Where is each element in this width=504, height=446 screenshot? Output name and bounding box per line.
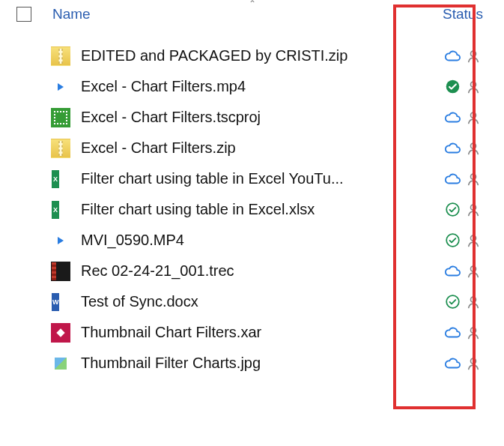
file-type-icon (51, 292, 70, 312)
file-name: Excel - Chart Filters.zip (81, 139, 437, 157)
svg-point-12 (471, 297, 476, 302)
file-name: Test of Sync.docx (81, 293, 437, 310)
sync-outline-status-icon (444, 202, 461, 218)
status-cell (437, 263, 504, 280)
status-cell (437, 79, 504, 95)
file-row[interactable]: Rec 02-24-21_001.trec (0, 256, 504, 286)
sync-solid-status-icon (444, 79, 461, 95)
shared-person-icon (465, 48, 482, 64)
file-name: Rec 02-24-21_001.trec (81, 262, 437, 280)
file-row[interactable]: Test of Sync.docx (0, 286, 504, 317)
status-cell (437, 171, 504, 187)
cloud-status-icon (444, 109, 461, 126)
sync-outline-status-icon (444, 294, 461, 310)
cloud-status-icon (444, 325, 461, 341)
file-row[interactable]: Filter chart using table in Excel YouTu.… (0, 163, 504, 194)
file-row[interactable]: Thumbnail Filter Charts.jpg (0, 348, 504, 379)
file-row[interactable]: MVI_0590.MP4 (0, 225, 504, 256)
file-name: Thumbnail Filter Charts.jpg (81, 355, 437, 372)
status-cell (437, 232, 504, 249)
shared-person-icon (465, 355, 482, 372)
status-cell (437, 294, 504, 310)
status-cell (437, 202, 504, 218)
status-cell (437, 325, 504, 341)
file-type-icon (51, 169, 70, 189)
svg-point-2 (471, 82, 476, 87)
file-type-icon (51, 200, 70, 220)
file-row[interactable]: Filter chart using table in Excel.xlsx (0, 194, 504, 225)
svg-point-4 (471, 143, 476, 148)
cloud-status-icon (444, 263, 461, 280)
file-type-icon (51, 323, 70, 343)
file-type-icon (51, 108, 70, 127)
shared-person-icon (465, 294, 482, 310)
file-name: Excel - Chart Filters.mp4 (81, 78, 437, 95)
file-row[interactable]: EDITED and PACKAGED by CRISTI.zip (0, 40, 504, 71)
file-type-icon (51, 139, 70, 158)
file-type-icon (51, 231, 70, 250)
file-list: EDITED and PACKAGED by CRISTI.zipExcel -… (0, 28, 504, 379)
cloud-status-icon (444, 48, 461, 64)
file-type-icon (51, 262, 70, 281)
svg-point-13 (471, 328, 476, 333)
file-name: EDITED and PACKAGED by CRISTI.zip (81, 47, 437, 64)
file-row[interactable]: Thumbnail Chart Filters.xar (0, 317, 504, 348)
column-header-row: ⌃ Name Status (0, 0, 504, 28)
cloud-status-icon (444, 355, 461, 372)
cloud-status-icon (444, 140, 461, 157)
file-type-icon (51, 46, 70, 66)
file-name: Thumbnail Chart Filters.xar (81, 324, 437, 341)
cloud-status-icon (444, 171, 461, 187)
file-row[interactable]: Excel - Chart Filters.zip (0, 133, 504, 163)
svg-point-14 (471, 358, 476, 364)
file-name: Filter chart using table in Excel YouTu.… (81, 170, 437, 187)
svg-point-5 (471, 174, 476, 179)
svg-point-3 (471, 112, 476, 118)
status-cell (437, 48, 504, 64)
svg-point-6 (446, 203, 459, 216)
shared-person-icon (465, 232, 482, 249)
file-type-icon (51, 77, 70, 97)
svg-point-0 (471, 51, 476, 56)
sort-indicator: ⌃ (249, 0, 256, 9)
column-header-status[interactable]: Status (437, 6, 504, 22)
svg-point-10 (471, 266, 476, 271)
shared-person-icon (465, 325, 482, 341)
shared-person-icon (465, 202, 482, 218)
column-header-name[interactable]: Name (52, 6, 437, 22)
status-cell (437, 140, 504, 157)
sync-outline-status-icon (444, 232, 461, 249)
svg-point-11 (446, 295, 459, 308)
status-cell (437, 109, 504, 126)
file-name: Excel - Chart Filters.tscproj (81, 109, 437, 126)
shared-person-icon (465, 263, 482, 280)
file-name: MVI_0590.MP4 (81, 232, 437, 249)
svg-point-7 (471, 205, 476, 210)
file-type-icon (51, 354, 70, 373)
shared-person-icon (465, 171, 482, 187)
shared-person-icon (465, 140, 482, 157)
shared-person-icon (465, 79, 482, 95)
file-name: Filter chart using table in Excel.xlsx (81, 201, 437, 218)
shared-person-icon (465, 109, 482, 126)
svg-point-9 (471, 235, 476, 241)
select-all-checkbox[interactable] (16, 7, 31, 22)
file-row[interactable]: Excel - Chart Filters.mp4 (0, 71, 504, 102)
file-row[interactable]: Excel - Chart Filters.tscproj (0, 102, 504, 133)
svg-point-8 (446, 234, 459, 247)
status-cell (437, 355, 504, 372)
